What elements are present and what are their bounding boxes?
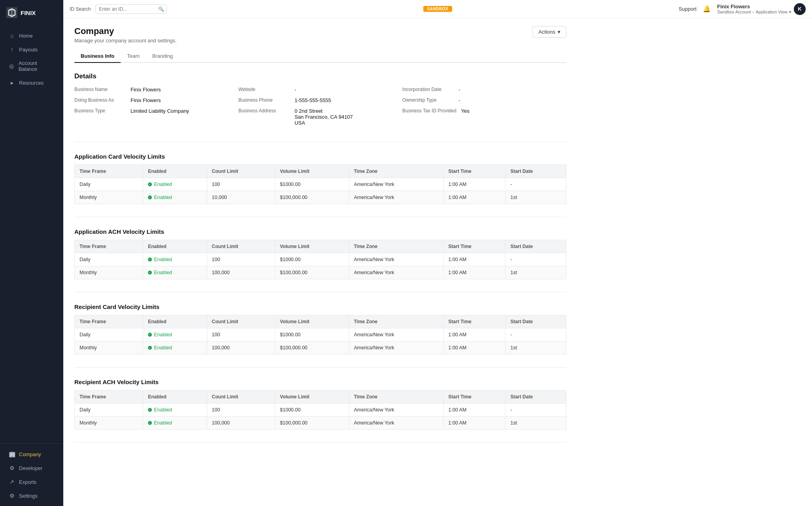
table-cell: Enabled	[143, 328, 207, 341]
sidebar-item-developer[interactable]: ⚙ Developer	[2, 461, 61, 475]
detail-row: Business Tax ID Provided Yes	[402, 108, 566, 114]
table-header: Start Time	[443, 315, 505, 328]
table-cell: 1st	[505, 417, 566, 430]
detail-value: Limited Liability Company	[131, 108, 189, 114]
detail-value: 0 2nd Street San Francisco, CA 94107 USA	[295, 108, 353, 126]
table-header: Count Limit	[207, 315, 275, 328]
detail-row: Business Address 0 2nd Street San Franci…	[238, 108, 403, 126]
enabled-icon	[148, 182, 152, 186]
velocity-title: Application Card Velocity Limits	[74, 153, 566, 160]
detail-label: Business Tax ID Provided	[402, 108, 456, 114]
enabled-icon	[148, 258, 152, 262]
tab-team[interactable]: Team	[121, 50, 146, 63]
table-header: Time Frame	[75, 165, 143, 178]
sidebar-item-settings[interactable]: ⚙ Settings	[2, 489, 61, 502]
table-cell: Enabled	[143, 417, 207, 430]
table-cell: $1000.00	[275, 253, 349, 266]
table-cell: 1:00 AM	[443, 266, 505, 279]
tabs: Business Info Team Branding	[74, 50, 566, 63]
table-cell: 1st	[505, 191, 566, 204]
chevron-down-icon[interactable]: ▾	[789, 9, 791, 15]
detail-row: Business Phone 1-555-555-5555	[238, 97, 403, 103]
velocity-table: Time FrameEnabledCount LimitVolume Limit…	[74, 165, 566, 204]
table-header: Enabled	[143, 315, 207, 328]
table-row: MonthlyEnabled100,000$100,000.00America/…	[75, 341, 566, 354]
table-header: Time Frame	[75, 390, 143, 404]
detail-label: Ownership Type	[402, 97, 454, 103]
detail-row: Incorporation Date -	[402, 87, 566, 93]
tab-business-info[interactable]: Business Info	[74, 50, 121, 63]
logo[interactable]: FINIX	[0, 0, 63, 25]
sidebar-item-payouts[interactable]: ↑ Payouts	[2, 43, 61, 56]
enabled-badge: Enabled	[148, 195, 202, 200]
sidebar-nav: ⌂ Home ↑ Payouts ◎ Account Balance ▸ Res…	[0, 25, 63, 443]
detail-value: Finix Flowers	[131, 97, 161, 103]
sidebar-item-resources[interactable]: ▸ Resources	[2, 76, 61, 89]
tab-branding[interactable]: Branding	[146, 50, 179, 63]
table-cell: 100,000	[207, 266, 275, 279]
table-header: Count Limit	[207, 390, 275, 404]
topbar-right: Support 🔔 Finix Flowers Sandbox Account …	[679, 3, 806, 15]
sidebar-item-account-balance[interactable]: ◎ Account Balance	[2, 57, 61, 76]
support-link[interactable]: Support	[679, 6, 697, 12]
table-cell: $1000.00	[275, 328, 349, 341]
detail-row: Business Type Limited Liability Company	[74, 108, 238, 114]
detail-label: Business Address	[238, 108, 290, 126]
page-heading: Company Manage your company account and …	[74, 26, 177, 44]
id-search-label: ID Search	[70, 6, 91, 12]
sidebar-item-company[interactable]: 🏢 Company	[2, 447, 61, 461]
details-col-1: Business Name Finix Flowers Doing Busine…	[74, 87, 238, 131]
detail-value: -	[295, 87, 296, 93]
details-col-3: Incorporation Date - Ownership Type - Bu…	[402, 87, 566, 131]
page-title: Company	[74, 26, 177, 36]
table-cell: America/New York	[349, 253, 443, 266]
table-header: Start Date	[505, 390, 566, 404]
table-cell: 1:00 AM	[443, 404, 505, 417]
detail-value: -	[458, 97, 460, 103]
table-cell: Daily	[75, 328, 143, 341]
details-grid: Business Name Finix Flowers Doing Busine…	[74, 87, 566, 142]
table-cell: America/New York	[349, 191, 443, 204]
detail-label: Incorporation Date	[402, 87, 454, 93]
table-header: Volume Limit	[275, 240, 349, 253]
settings-icon: ⚙	[9, 493, 15, 499]
table-cell: Daily	[75, 178, 143, 191]
table-cell: Enabled	[143, 253, 207, 266]
table-cell: -	[505, 178, 566, 191]
resources-icon: ▸	[9, 80, 15, 86]
section-divider	[74, 292, 566, 292]
details-section: Details Business Name Finix Flowers Doin…	[74, 72, 566, 142]
table-header: Start Date	[505, 165, 566, 178]
sidebar-item-home[interactable]: ⌂ Home	[2, 29, 61, 42]
table-cell: 100	[207, 404, 275, 417]
account-name: Finix Flowers	[717, 4, 791, 9]
detail-row: Doing Business As Finix Flowers	[74, 97, 238, 103]
table-cell: 100	[207, 178, 275, 191]
enabled-badge: Enabled	[148, 420, 202, 426]
enabled-badge: Enabled	[148, 270, 202, 275]
table-cell: 100	[207, 253, 275, 266]
table-cell: 1:00 AM	[443, 341, 505, 354]
id-search-input[interactable]	[95, 4, 167, 14]
exports-icon: ↗	[9, 479, 15, 485]
search-icon[interactable]: 🔍	[158, 6, 164, 12]
avatar[interactable]: K	[794, 3, 806, 15]
table-cell: $1000.00	[275, 404, 349, 417]
detail-row: Website -	[238, 87, 403, 93]
table-cell: 1:00 AM	[443, 253, 505, 266]
table-cell: America/New York	[349, 266, 443, 279]
table-header: Start Date	[505, 315, 566, 328]
actions-button[interactable]: Actions ▾	[532, 26, 566, 38]
table-cell: America/New York	[349, 341, 443, 354]
detail-row: Ownership Type -	[402, 97, 566, 103]
bell-icon[interactable]: 🔔	[703, 5, 711, 13]
table-cell: $100,000.00	[275, 266, 349, 279]
detail-row: Business Name Finix Flowers	[74, 87, 238, 93]
sidebar-item-exports[interactable]: ↗ Exports	[2, 475, 61, 489]
table-header: Time Zone	[349, 390, 443, 404]
balance-icon: ◎	[9, 63, 15, 69]
enabled-icon	[148, 346, 152, 350]
account-sub: Sandbox Account › Application View ▾	[717, 9, 791, 15]
table-cell: America/New York	[349, 328, 443, 341]
section-divider	[74, 442, 566, 443]
